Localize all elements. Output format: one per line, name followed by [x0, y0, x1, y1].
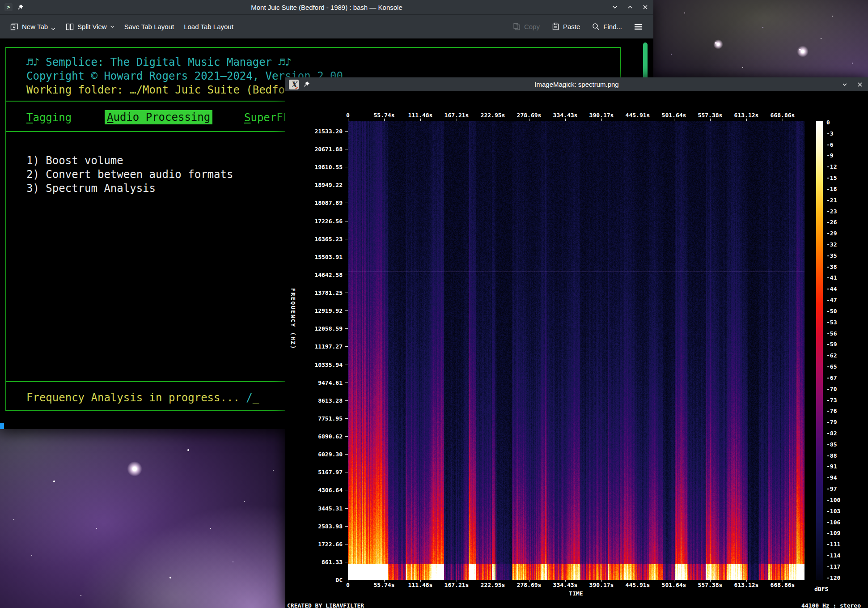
close-icon[interactable] [642, 4, 649, 11]
time-tick-label: 111.48s [407, 582, 434, 588]
time-tickmark [565, 580, 566, 582]
freq-tickmark [345, 131, 348, 132]
db-tick-label: -26 [826, 219, 837, 225]
freq-tick-label: 2583.98 [298, 523, 343, 530]
search-icon [592, 22, 600, 31]
freq-tick-label: 19810.55 [298, 164, 343, 170]
time-tickmark [674, 119, 674, 121]
db-tick-label: -65 [826, 363, 837, 370]
bright-star [797, 46, 809, 57]
time-tickmark [493, 119, 493, 121]
copy-label: Copy [524, 23, 540, 30]
terminal-banner: ♬♪ Semplice: The Digital Music Manager ♬… [26, 55, 291, 69]
tab-audio-processing[interactable]: Audio Processing [105, 110, 212, 124]
db-tick-label: -47 [826, 297, 837, 303]
hamburger-menu-button[interactable] [634, 23, 643, 30]
imagemagick-titlebar[interactable]: X ImageMagick: spectrum.png [285, 77, 868, 92]
save-tab-layout-button[interactable]: Save Tab Layout [124, 23, 174, 30]
chevron-down-icon [51, 27, 55, 31]
pin-icon[interactable] [17, 4, 24, 11]
freq-tick-label: 13781.25 [298, 289, 343, 296]
shade-icon[interactable] [841, 81, 848, 88]
terminal-status-line: Frequency Analysis in progress... /_ [26, 391, 259, 404]
freq-tick-label: 20671.88 [298, 146, 343, 153]
minimize-icon[interactable] [611, 4, 618, 11]
db-tick-label: -21 [826, 197, 837, 204]
time-tick-label: 55.74s [371, 112, 398, 119]
freq-tickmark [345, 328, 348, 329]
menu-option-1[interactable]: 1) Boost volume [26, 154, 123, 167]
time-tick-label: 334.43s [552, 582, 579, 588]
time-tickmark [457, 580, 457, 582]
freq-tick-label: 1722.66 [298, 541, 343, 548]
db-tick-label: -76 [826, 408, 837, 414]
freq-tickmark [345, 310, 348, 311]
db-tick-label: -94 [826, 474, 837, 481]
freq-tick-label: 14642.58 [298, 272, 343, 278]
find-button[interactable]: Find... [592, 22, 622, 31]
menu-option-2[interactable]: 2) Convert between audio formats [26, 168, 233, 181]
freq-tickmark [345, 562, 348, 562]
freq-tickmark [345, 275, 348, 275]
time-tickmark [638, 119, 638, 121]
pin-icon[interactable] [303, 81, 310, 88]
copy-icon [512, 22, 521, 31]
freq-tick-label: 861.33 [298, 559, 343, 565]
x-axis-title: TIME [513, 590, 639, 597]
time-tick-label: 55.74s [371, 582, 398, 588]
time-tickmark [783, 119, 783, 121]
db-tick-label: -79 [826, 419, 837, 425]
spectrogram-colorbar [816, 121, 823, 580]
time-tick-label: 557.38s [697, 582, 724, 588]
time-tick-label: 390.17s [588, 112, 615, 119]
freq-tick-label: 6029.30 [298, 451, 343, 458]
db-tick-label: -88 [826, 452, 837, 459]
freq-tickmark [345, 490, 348, 490]
bright-star [127, 461, 142, 476]
konsole-toolbar: New Tab Split View Save Tab Layout Load … [0, 15, 653, 38]
bright-star [713, 39, 723, 49]
db-tick-label: -82 [826, 430, 837, 437]
paste-button[interactable]: Paste [551, 22, 580, 31]
freq-tick-label: 6890.62 [298, 433, 343, 440]
time-tick-label: 278.69s [516, 582, 542, 588]
menu-option-3[interactable]: 3) Spectrum Analysis [26, 182, 156, 195]
konsole-titlebar[interactable]: > Mont Juic Suite (Bedford - 1989) : bas… [0, 0, 653, 15]
tab-tagging[interactable]: Tagging [26, 111, 72, 124]
freq-tickmark [345, 580, 348, 580]
time-tick-label: 613.12s [733, 112, 760, 119]
freq-tickmark [345, 526, 348, 527]
db-tick-label: -56 [826, 330, 837, 337]
freq-tickmark [345, 418, 348, 419]
paste-label: Paste [563, 23, 580, 30]
time-tickmark [384, 119, 385, 121]
split-view-button[interactable]: Split View [65, 22, 114, 31]
time-tick-label: 668.86s [769, 582, 796, 588]
imagemagick-window: X ImageMagick: spectrum.png FREQUENCY (H… [285, 77, 868, 608]
load-tab-layout-button[interactable]: Load Tab Layout [184, 23, 233, 30]
find-label: Find... [603, 23, 622, 30]
footer-sample-rate: 44100 Hz : stereo [801, 602, 861, 608]
status-text: Frequency Analysis in progress... [26, 391, 246, 404]
db-tick-label: -6 [826, 141, 834, 148]
time-tickmark [348, 580, 348, 582]
time-tickmark [457, 119, 457, 121]
freq-tick-label: 4306.64 [298, 487, 343, 493]
freq-tickmark [345, 454, 348, 455]
spectrogram-image[interactable]: FREQUENCY (HZ) 0055.74s55.74s111.48s111.… [285, 91, 868, 608]
freq-tickmark [345, 149, 348, 149]
db-tick-label: -67 [826, 374, 837, 381]
paste-icon [551, 22, 560, 31]
tab-superflac[interactable]: SuperFL [244, 111, 289, 124]
freq-tick-label: 21533.20 [298, 128, 343, 135]
load-tab-layout-label: Load Tab Layout [184, 23, 233, 30]
close-icon[interactable] [856, 81, 864, 88]
time-tick-label: 167.21s [443, 582, 470, 588]
new-tab-button[interactable]: New Tab [10, 22, 55, 31]
maximize-icon[interactable] [627, 4, 634, 11]
spectrogram-canvas [348, 121, 804, 580]
time-tickmark [565, 119, 566, 121]
db-tick-label: -35 [826, 252, 837, 259]
terminal-edge-marker [0, 423, 4, 429]
footer-created-by: CREATED BY LIBAVFILTER [287, 602, 364, 608]
